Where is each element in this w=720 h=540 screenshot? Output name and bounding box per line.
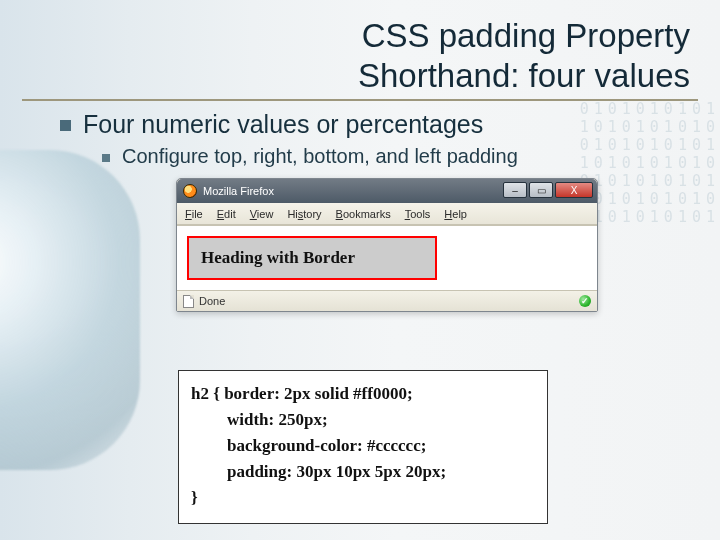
status-text: Done [199, 295, 225, 307]
menu-bookmarks[interactable]: Bookmarks [336, 208, 391, 220]
code-line-3: background-color: #cccccc; [191, 433, 535, 459]
content-area: Four numeric values or percentages Confi… [60, 110, 690, 168]
bullet-2-text: Configure top, right, bottom, and left p… [122, 145, 518, 168]
minimize-button[interactable]: – [503, 182, 527, 198]
code-line-2: width: 250px; [191, 407, 535, 433]
code-line-4: padding: 30px 10px 5px 20px; [191, 459, 535, 485]
bullet-square-icon [102, 154, 110, 162]
maximize-button[interactable]: ▭ [529, 182, 553, 198]
accent-blob [0, 150, 140, 470]
bullet-level-1: Four numeric values or percentages [60, 110, 690, 139]
document-icon [183, 295, 194, 308]
window-title: Mozilla Firefox [203, 185, 274, 197]
browser-window: Mozilla Firefox – ▭ X File Edit View His… [176, 178, 598, 312]
slide-title: CSS padding Property Shorthand: four val… [358, 16, 690, 96]
status-ok-icon: ✓ [579, 295, 591, 307]
window-titlebar[interactable]: Mozilla Firefox – ▭ X [177, 179, 597, 203]
menu-edit[interactable]: Edit [217, 208, 236, 220]
bullet-square-icon [60, 120, 71, 131]
browser-menubar: File Edit View History Bookmarks Tools H… [177, 203, 597, 225]
code-example: h2 { border: 2px solid #ff0000; width: 2… [178, 370, 548, 524]
firefox-icon [183, 184, 197, 198]
menu-file[interactable]: File [185, 208, 203, 220]
close-button[interactable]: X [555, 182, 593, 198]
rendered-heading: Heading with Border [187, 236, 437, 280]
browser-statusbar: Done ✓ [177, 291, 597, 311]
menu-tools[interactable]: Tools [405, 208, 431, 220]
bullet-1-text: Four numeric values or percentages [83, 110, 483, 139]
menu-history[interactable]: History [287, 208, 321, 220]
code-line-5: } [191, 485, 535, 511]
title-line-2: Shorthand: four values [358, 57, 690, 94]
browser-viewport: Heading with Border [177, 225, 597, 291]
bullet-level-2: Configure top, right, bottom, and left p… [102, 145, 690, 168]
menu-view[interactable]: View [250, 208, 274, 220]
title-line-1: CSS padding Property [362, 17, 690, 54]
window-controls: – ▭ X [503, 182, 593, 198]
menu-help[interactable]: Help [444, 208, 467, 220]
title-divider [22, 99, 698, 101]
code-line-1: h2 { border: 2px solid #ff0000; [191, 381, 535, 407]
